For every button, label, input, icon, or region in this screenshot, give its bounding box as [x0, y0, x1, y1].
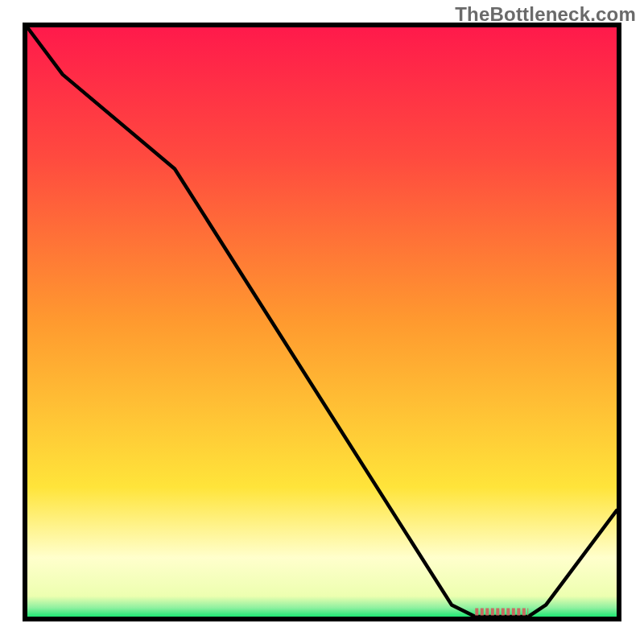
plot-area: [25, 25, 619, 619]
heat-gradient: [27, 27, 617, 617]
chart-container: TheBottleneck.com: [0, 0, 644, 644]
watermark-text: TheBottleneck.com: [455, 3, 636, 26]
bottleneck-chart: [0, 0, 644, 644]
